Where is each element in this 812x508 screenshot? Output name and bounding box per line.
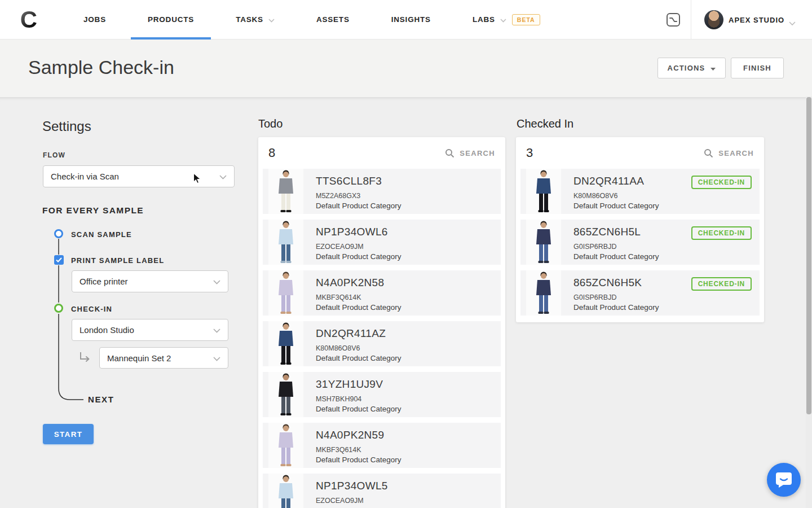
primary-nav: JOBS PRODUCTS TASKS ASSETS INSIGHTS LABS [63,0,561,40]
chevron-down-icon [268,16,275,24]
checkin-step-marker [54,304,63,313]
sample-code: NP1P34OWL5 [316,480,401,492]
sample-sku: MKBF3Q614K [316,294,401,301]
sample-code: DN2QR411AA [573,175,659,187]
todo-item[interactable]: TTS6CLL8F3 M5Z2A68GX3 Default Product Ca… [263,169,501,214]
page-scrollbar-track[interactable] [806,97,812,508]
print-label-checkbox[interactable] [54,255,64,265]
checked-in-item[interactable]: DN2QR411AA K80M86O8V6 Default Product Ca… [520,169,760,214]
sample-sku: MKBF3Q614K [316,446,401,454]
todo-search-button[interactable]: SEARCH [445,148,495,158]
todo-card-header: 8 SEARCH [258,137,505,169]
product-photo [268,423,303,468]
todo-item[interactable]: N4A0PK2N58 MKBF3Q614K Default Product Ca… [263,270,501,316]
checked-in-card: 3 SEARCH DN2QR411AA K80M86O8V6 Default P… [516,137,764,322]
settings-heading: Settings [42,119,91,134]
nav-item-assets-label: ASSETS [316,15,350,24]
actions-button-label: ACTIONS [668,64,705,72]
studio-select[interactable]: London Studio [72,319,228,341]
todo-column-title: Todo [258,117,283,130]
todo-item[interactable]: NP1P34OWL5 EZOCEAO9JM Default Product Ca… [263,474,501,508]
printer-select-value: Office printer [80,277,128,286]
scan-step-marker [54,229,63,238]
checked-in-list: DN2QR411AA K80M86O8V6 Default Product Ca… [516,169,764,316]
page-title: Sample Check-in [28,56,174,78]
product-photo [526,169,561,214]
page-header: Sample Check-in ACTIONS FINISH [0,40,812,97]
sample-category: Default Product Category [573,303,659,312]
search-icon [445,148,454,158]
search-icon [704,148,713,158]
todo-search-label: SEARCH [460,149,495,157]
checked-in-search-button[interactable]: SEARCH [704,148,754,158]
mannequin-select[interactable]: Mannequin Set 2 [99,347,228,369]
next-step-label: NEXT [88,395,114,404]
chevron-down-icon [500,16,506,24]
checked-in-item-text: DN2QR411AA K80M86O8V6 Default Product Ca… [573,169,659,214]
product-photo [268,270,303,316]
product-photo [268,321,303,366]
print-step-label: PRINT SAMPLE LABEL [71,256,164,265]
flow-select[interactable]: Check-in via Scan [43,165,235,187]
chevron-down-icon [789,18,796,28]
product-photo [268,220,303,265]
todo-item-text: NP1P34OWL6 EZOCEAO9JM Default Product Ca… [316,220,401,265]
nav-item-labs[interactable]: LABS BETA [456,0,557,40]
flow-select-value: Check-in via Scan [51,172,119,181]
todo-item[interactable]: NP1P34OWL6 EZOCEAO9JM Default Product Ca… [263,220,501,265]
for-every-sample-heading: FOR EVERY SAMPLE [42,205,144,216]
nav-item-labs-label: LABS [473,15,495,24]
chat-bubble-icon [775,472,792,488]
nav-item-assets[interactable]: ASSETS [299,0,367,40]
avatar[interactable] [704,10,723,29]
todo-count: 8 [268,146,275,160]
top-navbar: C JOBS PRODUCTS TASKS ASSETS INSIGHTS [0,0,812,40]
sample-category: Default Product Category [316,354,401,362]
sample-sku: EZOCEAO9JM [316,243,401,251]
nav-item-products[interactable]: PRODUCTS [131,0,211,40]
todo-item[interactable]: DN2QR411AZ K80M86O8V6 Default Product Ca… [263,321,501,366]
nav-item-tasks-label: TASKS [236,15,263,24]
nav-divider [691,0,691,40]
start-button[interactable]: START [43,424,94,444]
scanner-device-icon[interactable] [665,12,681,28]
actions-button[interactable]: ACTIONS [657,58,726,78]
nav-item-insights[interactable]: INSIGHTS [374,0,448,40]
sample-sku: G0ISP6RBJD [573,294,659,301]
todo-item[interactable]: 31YZH1UJ9V MSH7BKH904 Default Product Ca… [263,372,501,417]
sample-sku: G0ISP6RBJD [573,243,659,251]
sample-category: Default Product Category [316,405,401,413]
nav-item-products-label: PRODUCTS [148,15,194,24]
brand-logo-letter: C [20,8,37,32]
checked-in-status-badge: CHECKED-IN [691,176,752,189]
sub-step-arrow-icon [78,352,91,365]
todo-item-text: NP1P34OWL5 EZOCEAO9JM Default Product Ca… [316,474,401,508]
check-icon [56,257,62,262]
chevron-down-icon [219,172,227,181]
todo-item-text: 31YZH1UJ9V MSH7BKH904 Default Product Ca… [316,372,401,417]
nav-item-jobs[interactable]: JOBS [67,0,123,40]
chat-launcher-button[interactable] [767,463,801,497]
product-photo [526,220,561,265]
todo-item[interactable]: N4A0PK2N59 MKBF3Q614K Default Product Ca… [263,423,501,468]
app-window: C JOBS PRODUCTS TASKS ASSETS INSIGHTS [0,0,812,508]
checked-in-card-header: 3 SEARCH [516,137,764,169]
checked-in-item-text: 865ZCN6H5K G0ISP6RBJD Default Product Ca… [573,270,659,316]
printer-select[interactable]: Office printer [72,270,228,292]
checked-in-item[interactable]: 865ZCN6H5K G0ISP6RBJD Default Product Ca… [520,270,760,316]
sample-category: Default Product Category [573,252,659,261]
product-photo [268,372,303,417]
todo-list: TTS6CLL8F3 M5Z2A68GX3 Default Product Ca… [258,169,505,508]
account-menu[interactable]: APEX STUDIO [729,0,784,40]
finish-button[interactable]: FINISH [731,58,784,78]
page-scrollbar-thumb[interactable] [806,97,811,414]
flow-label: FLOW [43,151,65,159]
nav-item-tasks[interactable]: TASKS [219,0,292,40]
checked-in-item[interactable]: 865ZCN6H5L G0ISP6RBJD Default Product Ca… [520,220,760,265]
sample-category: Default Product Category [316,202,401,210]
sample-sku: EZOCEAO9JM [316,497,401,505]
chevron-down-icon [213,325,220,335]
sample-sku: K80M86O8V6 [573,192,659,200]
brand-logo[interactable]: C [16,7,42,33]
caret-down-icon [710,64,716,72]
